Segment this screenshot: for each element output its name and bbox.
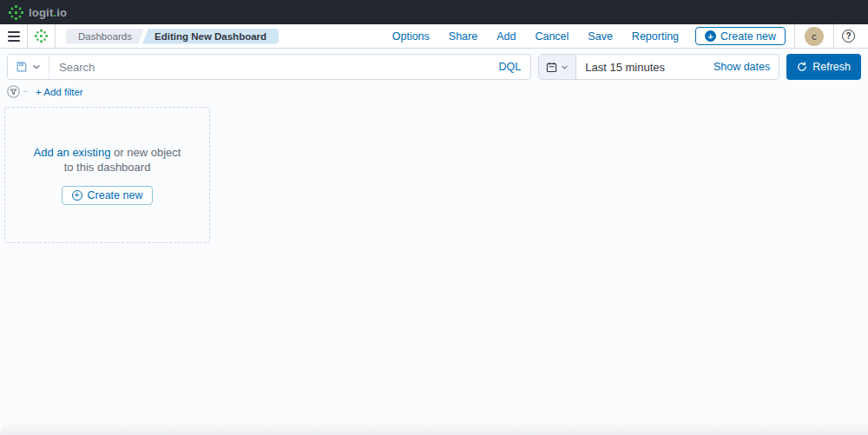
empty-dashboard-panel: Add an existing or new object to this da… [4,107,210,243]
panel-create-new-button[interactable]: + Create new [62,186,154,205]
navbar: Dashboards Editing New Dashboard Options… [0,24,868,49]
logit-starburst-icon [9,5,23,20]
nav-link-options[interactable]: Options [383,30,439,43]
logit-logo: logit.io [9,5,67,20]
empty-panel-text: Add an existing or new object to this da… [34,145,181,175]
nav-link-reporting[interactable]: Reporting [622,30,688,43]
user-avatar[interactable]: c [805,27,824,46]
nav-right: Options Share Add Cancel Save Reporting … [383,24,868,48]
dql-button[interactable]: DQL [490,61,531,73]
time-range-value[interactable]: Last 15 minutes [576,61,705,74]
nav-link-cancel[interactable]: Cancel [525,30,578,43]
query-bar: DQL Last 15 minutes Show dates [0,49,868,84]
refresh-icon [797,62,807,72]
menu-button[interactable] [0,24,28,48]
nav-left: Dashboards Editing New Dashboard [0,24,279,48]
create-new-button[interactable]: + Create new [695,27,786,45]
panel-text-line2: to this dashboard [64,161,151,174]
add-existing-link[interactable]: Add an existing [34,146,111,159]
date-picker: Last 15 minutes Show dates [538,54,779,80]
search-input[interactable] [49,61,490,74]
plus-circle-outline-icon: + [72,190,82,201]
logo-text: logit.io [29,6,67,19]
refresh-label: Refresh [812,61,851,73]
plus-circle-icon: + [705,30,716,42]
show-dates-button[interactable]: Show dates [705,61,779,73]
nav-link-add[interactable]: Add [487,30,525,43]
brand-topbar: logit.io [0,0,868,24]
filter-options-icon[interactable] [7,85,20,98]
filter-bar: + Add filter [0,84,868,103]
help-icon[interactable]: ? [842,30,855,43]
panel-text-rest: or new object [110,146,181,159]
date-quick-select-button[interactable] [539,55,576,79]
nav-link-save[interactable]: Save [578,30,622,43]
add-filter-link[interactable]: + Add filter [36,87,83,97]
breadcrumb-dashboards[interactable]: Dashboards [66,29,144,44]
panel-create-new-label: Create new [88,189,143,201]
nav-divider [794,24,795,48]
filter-divider [23,91,29,92]
calendar-icon [546,62,557,73]
nav-link-share[interactable]: Share [439,30,487,43]
nav-divider-2 [833,24,834,48]
create-new-label: Create new [720,30,776,43]
chevron-down-icon [561,63,569,71]
search-box: DQL [7,54,531,80]
saved-query-menu-button[interactable] [8,55,49,79]
refresh-button[interactable]: Refresh [786,54,861,80]
dashboard-canvas: Add an existing or new object to this da… [0,103,868,435]
logit-app-icon [35,30,48,43]
breadcrumb-editing-new-dashboard: Editing New Dashboard [142,29,279,44]
breadcrumb: Dashboards Editing New Dashboard [66,24,279,48]
hamburger-icon [8,31,20,42]
save-query-icon [16,61,28,73]
app-home-button[interactable] [28,24,56,48]
app-window: logit.io [0,0,868,435]
chevron-down-icon [32,63,41,71]
